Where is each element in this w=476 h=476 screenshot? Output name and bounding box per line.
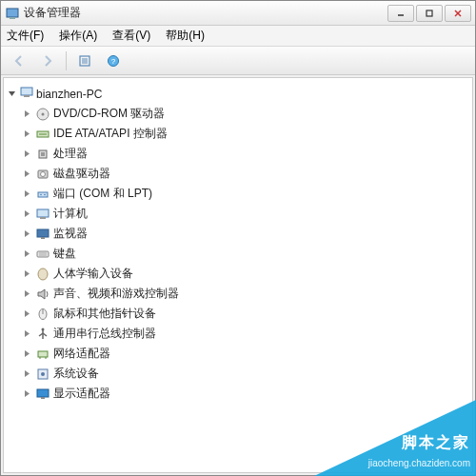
expand-icon[interactable]: [21, 268, 32, 280]
device-tree: bianzhen-PC DVD/CD-ROM 驱动器IDE ATA/ATAPI …: [4, 78, 472, 409]
help-button[interactable]: ?: [101, 50, 126, 72]
expand-icon[interactable]: [21, 169, 32, 180]
node-label: IDE ATA/ATAPI 控制器: [53, 126, 168, 142]
expand-icon[interactable]: [21, 348, 32, 360]
device-manager-window: 设备管理器 文件(F) 操作(A) 查看(V) 帮助(H) ? bianzhen…: [0, 0, 476, 476]
svg-rect-25: [37, 209, 49, 217]
svg-point-32: [38, 268, 48, 280]
svg-point-23: [40, 193, 42, 195]
tree-node[interactable]: 键盘: [13, 244, 468, 264]
pc-icon: [35, 207, 50, 222]
node-label: DVD/CD-ROM 驱动器: [53, 106, 165, 122]
tree-node[interactable]: 计算机: [13, 204, 468, 224]
tree-node[interactable]: 磁盘驱动器: [13, 164, 468, 184]
usb-icon: [35, 327, 50, 342]
maximize-button[interactable]: [416, 5, 443, 22]
expand-icon[interactable]: [21, 328, 32, 340]
svg-point-15: [42, 112, 45, 115]
svg-rect-39: [38, 351, 48, 357]
menu-view[interactable]: 查看(V): [110, 26, 152, 46]
monitor-icon: [35, 227, 50, 242]
svg-point-43: [41, 372, 45, 376]
node-label: 端口 (COM 和 LPT): [53, 186, 152, 202]
tree-node[interactable]: 鼠标和其他指针设备: [13, 304, 468, 324]
menu-help[interactable]: 帮助(H): [164, 26, 207, 46]
tree-node[interactable]: 声音、视频和游戏控制器: [13, 284, 468, 304]
computer-icon: [19, 85, 34, 103]
tree-node[interactable]: 显示适配器: [13, 384, 468, 404]
node-label: 通用串行总线控制器: [53, 326, 156, 342]
svg-rect-19: [41, 152, 45, 156]
toolbar-sep: [66, 51, 67, 70]
expand-icon[interactable]: [21, 248, 32, 260]
expand-icon[interactable]: [21, 149, 32, 160]
close-button[interactable]: [445, 5, 471, 22]
tree-node[interactable]: 网络适配器: [13, 344, 468, 364]
app-icon: [5, 6, 20, 21]
properties-button[interactable]: [72, 50, 97, 72]
tree-children: DVD/CD-ROM 驱动器IDE ATA/ATAPI 控制器处理器磁盘驱动器端…: [13, 104, 468, 404]
node-label: 网络适配器: [53, 346, 110, 362]
hdd-icon: [35, 167, 50, 182]
svg-text:?: ?: [111, 57, 116, 66]
collapse-icon[interactable]: [6, 89, 17, 100]
tree-node[interactable]: 监视器: [13, 224, 468, 244]
node-label: 磁盘驱动器: [53, 166, 110, 182]
svg-rect-29: [37, 251, 49, 257]
disc-icon: [35, 107, 50, 122]
ide-icon: [35, 127, 50, 142]
svg-rect-28: [41, 237, 45, 239]
svg-point-21: [41, 171, 46, 176]
expand-icon[interactable]: [21, 208, 32, 220]
tree-node[interactable]: 人体学输入设备: [13, 264, 468, 284]
svg-rect-0: [7, 9, 18, 17]
node-label: 计算机: [53, 206, 88, 222]
svg-rect-3: [426, 10, 432, 16]
minimize-button[interactable]: [387, 5, 414, 22]
tree-node[interactable]: IDE ATA/ATAPI 控制器: [13, 124, 468, 144]
net-icon: [35, 347, 50, 362]
node-label: 处理器: [53, 146, 88, 162]
titlebar: 设备管理器: [1, 1, 475, 26]
window-controls: [387, 5, 471, 22]
expand-icon[interactable]: [21, 288, 32, 300]
tree-content: bianzhen-PC DVD/CD-ROM 驱动器IDE ATA/ATAPI …: [3, 77, 473, 473]
tree-node[interactable]: DVD/CD-ROM 驱动器: [13, 104, 468, 124]
keyboard-icon: [35, 247, 50, 262]
svg-rect-22: [38, 192, 48, 197]
menu-file[interactable]: 文件(F): [5, 26, 46, 46]
svg-point-24: [44, 193, 46, 195]
expand-icon[interactable]: [21, 109, 32, 120]
svg-rect-26: [40, 217, 46, 219]
svg-rect-1: [10, 17, 15, 19]
sys-icon: [35, 367, 50, 382]
tree-root[interactable]: bianzhen-PC: [6, 84, 468, 104]
tree-node[interactable]: 处理器: [13, 144, 468, 164]
menubar: 文件(F) 操作(A) 查看(V) 帮助(H): [1, 26, 475, 47]
sound-icon: [35, 287, 50, 302]
svg-rect-45: [41, 397, 45, 399]
node-label: 声音、视频和游戏控制器: [53, 286, 179, 302]
cpu-icon: [35, 147, 50, 162]
tree-node[interactable]: 端口 (COM 和 LPT): [13, 184, 468, 204]
expand-icon[interactable]: [21, 188, 32, 200]
svg-rect-27: [37, 229, 49, 237]
svg-rect-13: [24, 95, 30, 97]
root-label: bianzhen-PC: [36, 88, 102, 101]
tree-node[interactable]: 通用串行总线控制器: [13, 324, 468, 344]
window-title: 设备管理器: [24, 5, 387, 21]
expand-icon[interactable]: [21, 388, 32, 400]
svg-rect-44: [37, 389, 49, 397]
node-label: 监视器: [53, 226, 88, 242]
node-label: 显示适配器: [53, 386, 110, 402]
hid-icon: [35, 267, 50, 282]
back-button: [7, 50, 31, 72]
node-label: 鼠标和其他指针设备: [53, 306, 156, 322]
menu-action[interactable]: 操作(A): [57, 26, 99, 46]
expand-icon[interactable]: [21, 368, 32, 380]
toolbar: ?: [1, 47, 475, 75]
expand-icon[interactable]: [21, 308, 32, 320]
expand-icon[interactable]: [21, 228, 32, 240]
expand-icon[interactable]: [21, 129, 32, 140]
tree-node[interactable]: 系统设备: [13, 364, 468, 384]
